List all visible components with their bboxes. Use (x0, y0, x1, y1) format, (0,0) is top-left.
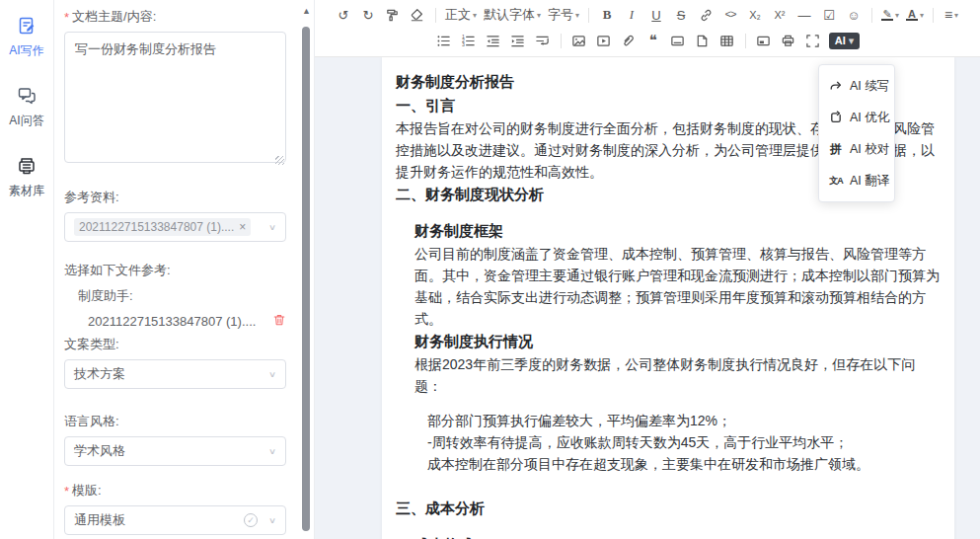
link-icon[interactable] (697, 4, 715, 26)
reference-select[interactable]: 2021122715133847807 (1).... × ∨ (64, 212, 286, 242)
menu-item-ai-translate[interactable]: 文A AI 翻译 (819, 165, 894, 196)
strikethrough-button[interactable]: S (672, 4, 690, 26)
document-paragraph: 财务制度框架 (396, 219, 941, 243)
sidebar-item-material-library[interactable]: 素材库 (9, 156, 44, 199)
resize-handle[interactable] (275, 156, 284, 165)
numbered-list-icon[interactable]: 123 (460, 30, 478, 51)
font-color-dropdown[interactable]: A ▾ (906, 4, 924, 26)
sidebar-item-label: 素材库 (9, 183, 44, 199)
topic-label: * 文档主题/内容: (64, 8, 286, 26)
ai-menu: AI 续写 AI 优化 拼 AI 校对 文A AI 翻译 (818, 64, 895, 202)
ai-tools-dropdown[interactable]: AI ▾ (829, 33, 861, 49)
bold-button[interactable]: B (598, 4, 616, 26)
indent-icon[interactable] (509, 30, 527, 51)
divider-block-icon[interactable] (669, 30, 687, 51)
caret-down-icon: ▾ (954, 11, 958, 20)
font-family-dropdown[interactable]: 默认字体▾ (484, 4, 541, 26)
style-label: 语言风格: (64, 413, 286, 430)
file-name: 2021122715133847807 (1).... (88, 314, 256, 329)
file-row: 2021122715133847807 (1).... (64, 313, 286, 330)
code-button[interactable]: <> (721, 4, 739, 26)
document-paragraph: -周转效率有待提高，应收账款周转天数为45天，高于行业平均水平； (396, 431, 941, 453)
document-paragraph: 三、成本分析 (396, 497, 941, 520)
chevron-down-icon: ∨ (268, 515, 276, 525)
toolbar-row-2: 123 (315, 28, 980, 53)
document-paragraph: 成本控制在部分项目中存在超支现象，主要集中在研发和市场推广领域。 (396, 453, 941, 475)
file-group-label: 制度助手: (64, 287, 286, 305)
insert-image-icon[interactable] (570, 30, 588, 51)
document-paragraph: 财务制度执行情况 (396, 330, 941, 353)
chevron-down-icon: ∨ (268, 446, 276, 456)
bullet-list-icon[interactable] (435, 30, 453, 51)
print-icon[interactable] (780, 30, 797, 51)
template-label: * 模版: (64, 482, 286, 500)
divider (561, 34, 562, 48)
required-asterisk: * (64, 484, 69, 499)
required-asterisk: * (64, 10, 69, 25)
page-break-icon[interactable] (694, 30, 712, 51)
app-window: AI写作 AI问答 素材库 (0, 0, 980, 539)
doc-type-label: 文案类型: (64, 336, 286, 353)
line-break-icon[interactable] (534, 30, 552, 51)
continue-writing-icon (828, 79, 844, 93)
insert-video-icon[interactable] (595, 30, 613, 51)
panel-scrollbar-thumb[interactable] (302, 27, 310, 531)
document-paragraph: 成本构成 (396, 533, 941, 539)
divider (933, 8, 934, 23)
superscript-button[interactable]: X² (771, 4, 789, 26)
redo-button[interactable]: ↻ (359, 4, 377, 26)
align-dropdown[interactable]: ≡ ▾ (942, 4, 960, 26)
italic-button[interactable]: I (623, 4, 641, 26)
editor-region: ↺ ↻ 正文▾ 默认字体▾ 字号▾ B (314, 0, 980, 539)
remove-tag-icon[interactable]: × (239, 220, 246, 234)
template-select[interactable]: 通用模板 ✓ ∨ (64, 505, 286, 535)
menu-item-ai-proofread[interactable]: 拼 AI 校对 (819, 133, 894, 165)
font-size-dropdown[interactable]: 字号▾ (548, 4, 579, 26)
divider (871, 8, 872, 23)
subscript-button[interactable]: X₂ (746, 4, 764, 26)
undo-button[interactable]: ↺ (335, 4, 352, 26)
insert-table-icon[interactable] (718, 30, 736, 51)
caret-down-icon: ▾ (895, 11, 899, 20)
divider (588, 8, 589, 23)
caret-down-icon: ▾ (920, 11, 924, 20)
fullscreen-icon[interactable] (804, 30, 822, 51)
sidebar-item-ai-writing[interactable]: AI写作 (9, 16, 43, 59)
sidebar-item-ai-qa[interactable]: AI问答 (9, 86, 43, 129)
optimize-icon (828, 111, 844, 124)
form-panel: * 文档主题/内容: 写一份财务制度分析报告 参考资料: 20211227151… (54, 0, 314, 539)
translate-icon: 文A (828, 175, 844, 188)
topic-input[interactable]: 写一份财务制度分析报告 (64, 32, 286, 163)
trash-icon[interactable] (272, 313, 286, 330)
nav-rail: AI写作 AI问答 素材库 (0, 0, 54, 539)
outdent-icon[interactable] (485, 30, 502, 51)
check-circle-icon: ✓ (244, 513, 258, 527)
library-icon (17, 156, 37, 180)
svg-text:3: 3 (462, 41, 465, 47)
style-select[interactable]: 学术风格 ∨ (64, 436, 286, 466)
task-list-button[interactable]: ☑ (820, 4, 838, 26)
paragraph-style-dropdown[interactable]: 正文▾ (445, 4, 477, 26)
menu-item-ai-continue[interactable]: AI 续写 (819, 70, 894, 102)
highlight-color-dropdown[interactable]: ✎ ▾ (881, 4, 899, 26)
divider (745, 34, 746, 48)
scrollbar-up-icon[interactable]: ▲ (302, 6, 311, 16)
emoji-button[interactable]: ☺ (845, 4, 863, 26)
document-paragraph: 部分部门预算执行偏差较大，平均偏差率为12%； (396, 410, 941, 431)
caret-down-icon: ▾ (537, 11, 541, 20)
eraser-icon[interactable] (409, 4, 426, 26)
document-paragraph: 根据2023年前三季度的财务数据，公司整体财务制度执行情况良好，但存在以下问题： (396, 353, 941, 397)
divider (435, 8, 436, 23)
menu-item-ai-optimize[interactable]: AI 优化 (819, 102, 894, 133)
horizontal-rule-button[interactable]: — (795, 4, 813, 26)
chat-icon (17, 86, 37, 110)
underline-button[interactable]: U (647, 4, 665, 26)
embed-icon[interactable] (755, 30, 773, 51)
format-painter-icon[interactable] (384, 4, 402, 26)
editor-toolbar: ↺ ↻ 正文▾ 默认字体▾ 字号▾ B (315, 0, 980, 57)
sidebar-item-label: AI写作 (9, 42, 43, 59)
doc-type-select[interactable]: 技术方案 ∨ (64, 359, 286, 389)
blockquote-icon[interactable]: ❝ (644, 30, 662, 51)
reference-tag: 2021122715133847807 (1).... × (74, 218, 251, 236)
attachment-icon[interactable] (620, 30, 638, 51)
